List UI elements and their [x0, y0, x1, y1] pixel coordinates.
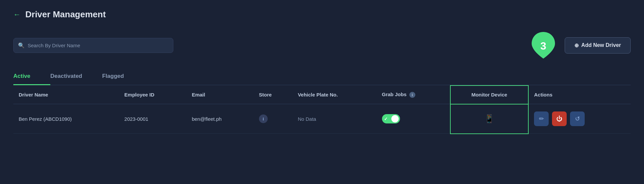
- cell-employee-id: 2023-0001: [119, 104, 186, 134]
- notification-badge: 3: [530, 30, 557, 60]
- phone-icon[interactable]: 📱: [484, 114, 494, 123]
- col-grab-jobs: Grab Jobs i: [377, 86, 450, 104]
- badge-count: 3: [540, 40, 546, 52]
- back-button[interactable]: ←: [13, 10, 21, 19]
- tab-flagged[interactable]: Flagged: [102, 68, 144, 85]
- add-icon: ⊕: [574, 42, 579, 49]
- col-driver-name: Driver Name: [13, 86, 119, 104]
- search-input[interactable]: [13, 38, 173, 53]
- cell-grab-jobs: ✓: [377, 104, 450, 134]
- search-wrapper: 🔍: [13, 38, 173, 53]
- cell-vehicle-plate: No Data: [292, 104, 376, 134]
- col-employee-id: Employee ID: [119, 86, 186, 104]
- drivers-table: Driver Name Employee ID Email Store Vehi…: [13, 85, 631, 134]
- cell-monitor-device: 📱: [450, 104, 529, 134]
- col-store: Store: [254, 86, 293, 104]
- store-info-icon[interactable]: i: [259, 114, 268, 123]
- deactivate-driver-button[interactable]: ⏻: [552, 111, 567, 126]
- toggle-thumb: [391, 115, 399, 122]
- col-actions: Actions: [528, 86, 631, 104]
- tab-bar: Active Deactivated Flagged: [13, 68, 631, 85]
- edit-driver-button[interactable]: ✏: [534, 111, 549, 126]
- tab-active[interactable]: Active: [13, 68, 50, 85]
- table-row: Ben Perez (ABCD1090) 2023-0001 ben@fleet…: [13, 104, 631, 134]
- add-driver-label: Add New Driver: [581, 42, 621, 48]
- tab-deactivated[interactable]: Deactivated: [50, 68, 102, 85]
- cell-actions: ✏ ⏻ ↺: [528, 104, 631, 134]
- col-vehicle-plate: Vehicle Plate No.: [292, 86, 376, 104]
- cell-driver-name: Ben Perez (ABCD1090): [13, 104, 119, 134]
- col-monitor-device: Monitor Device: [450, 86, 529, 104]
- cell-store: i: [254, 104, 293, 134]
- grab-jobs-info-icon[interactable]: i: [409, 92, 415, 98]
- search-icon: 🔍: [18, 42, 25, 49]
- page-title: Driver Management: [25, 9, 106, 20]
- toggle-check-icon: ✓: [384, 116, 388, 121]
- add-driver-button[interactable]: ⊕ Add New Driver: [565, 37, 631, 54]
- col-email: Email: [186, 86, 253, 104]
- driver-history-button[interactable]: ↺: [570, 111, 585, 126]
- cell-email: ben@fleet.ph: [186, 104, 253, 134]
- grab-jobs-toggle[interactable]: ✓: [382, 114, 400, 123]
